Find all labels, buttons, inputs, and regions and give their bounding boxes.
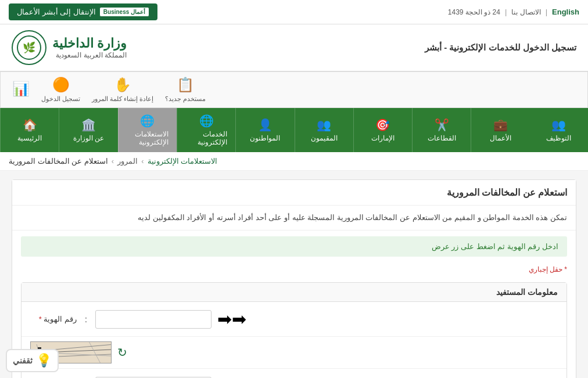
nav-label-home: الرئيسية <box>17 134 42 142</box>
nav-item-sectors[interactable]: ✂️ القطاعات <box>412 108 471 152</box>
eservices-icon: 🌐 <box>199 114 214 128</box>
home-icon: 🏠 <box>23 118 37 132</box>
id-label: رقم الهوية * <box>30 315 77 323</box>
header-title-text: تسجيل الدخول للخدمات الإلكترونية - أبشر <box>425 42 576 52</box>
form-section: معلومات المستفيد ➡➡ : رقم الهوية * ↻ <box>21 282 567 378</box>
nav-label-ministry: عن الوزارة <box>73 134 104 142</box>
breadcrumb-einquiries[interactable]: الاستعلامات الإلكترونية <box>148 157 218 165</box>
quick-link-reset-password[interactable]: ✋ إعادة إنشاء كلمة المرور <box>92 77 153 103</box>
login-label: تسجيل الدخول <box>41 95 80 103</box>
date-text: 24 ذو الحجة 1439 <box>448 8 500 16</box>
residents-icon: 👥 <box>317 118 331 132</box>
business-btn-label: الإنتقال إلى أبشر الأعمال <box>17 8 96 16</box>
reset-password-label: إعادة إنشاء كلمة المرور <box>92 95 153 103</box>
captcha-row: ↻ 5741 <box>21 337 567 369</box>
nav-item-home[interactable]: 🏠 الرئيسية <box>0 108 59 152</box>
nav-label-emirates: الإمارات <box>371 134 395 142</box>
divider2: | <box>505 8 507 16</box>
captcha-arrow-icon: ➡➡ <box>217 376 246 378</box>
main-nav: 👥 التوظيف 💼 الأعمال ✂️ القطاعات 🎯 الإمار… <box>0 108 588 152</box>
new-user-icon: 📋 <box>177 77 194 93</box>
new-user-label: مستخدم جديد؟ <box>165 95 206 103</box>
business-button[interactable]: أعمال Business الإنتقال إلى أبشر الأعمال <box>9 3 157 20</box>
nav-label-citizens: المواطنون <box>250 134 280 142</box>
login-icon: 🟠 <box>52 77 70 93</box>
nav-label-business: الأعمال <box>490 134 511 142</box>
bottom-logo-icon: 💡 <box>36 353 52 368</box>
nav-label-residents: المقيمون <box>311 134 338 142</box>
nav-item-emirates[interactable]: 🎯 الإمارات <box>353 108 412 152</box>
quick-link-login[interactable]: 🟠 تسجيل الدخول <box>41 77 80 103</box>
nav-item-eservices[interactable]: 🌐 الخدمات الإلكترونية <box>177 108 235 152</box>
business-badge: أعمال Business <box>99 7 149 17</box>
form-section-title: معلومات المستفيد <box>21 283 567 302</box>
hint-box: ادخل رقم الهوية ثم اضغط على زر عرض <box>21 236 567 257</box>
business-badge-text: أعمال Business <box>103 9 145 15</box>
id-colon: : <box>85 315 87 324</box>
main-header: تسجيل الدخول للخدمات الإلكترونية - أبشر … <box>0 24 588 71</box>
nav-item-citizens[interactable]: 👤 المواطنون <box>235 108 294 152</box>
svg-text:🌿: 🌿 <box>23 41 36 54</box>
nav-label-einquiries: الاستعلامات الإلكترونية <box>127 130 168 146</box>
id-arrow-icon: ➡➡ <box>217 309 246 329</box>
captcha-refresh-button[interactable]: ↻ <box>117 345 127 359</box>
id-required-star: * <box>39 315 42 323</box>
header-logo: وزارة الداخلية المملكة العربية السعودية … <box>12 30 127 65</box>
nav-item-recruitment[interactable]: 👥 التوظيف <box>530 108 588 152</box>
english-link[interactable]: English <box>552 8 579 16</box>
page-title: استعلام عن المخالفات المرورية <box>12 180 576 206</box>
bottom-logo-text: ثقفني <box>13 356 33 365</box>
nav-item-residents[interactable]: 👥 المقيمون <box>295 108 353 152</box>
page-description: تمكن هذه الخدمة المواطن و المقيم من الاس… <box>12 206 576 231</box>
captcha-code-row: ➡➡ : الرمز المرئي * <box>21 369 567 378</box>
logo-emblem: 🌿 <box>12 30 46 65</box>
divider: | <box>546 8 547 16</box>
nav-item-business[interactable]: 💼 الأعمال <box>471 108 529 152</box>
id-input[interactable] <box>95 310 211 329</box>
content-box: استعلام عن المخالفات المرورية تمكن هذه ا… <box>12 179 576 378</box>
nav-item-einquiries[interactable]: 🌐 الاستعلامات الإلكترونية <box>118 108 177 152</box>
main-content: استعلام عن المخالفات المرورية تمكن هذه ا… <box>0 171 588 378</box>
ministry-icon: 🏛️ <box>81 118 96 132</box>
breadcrumb: الاستعلامات الإلكترونية › المرور › استعل… <box>0 152 588 171</box>
einquiries-icon: 🌐 <box>140 114 155 128</box>
emirates-icon: 🎯 <box>375 118 390 132</box>
chart-icon: 📊 <box>12 81 30 97</box>
reset-password-icon: ✋ <box>114 77 131 93</box>
quick-link-chart[interactable]: 📊 <box>12 81 30 99</box>
nav-label-recruitment: التوظيف <box>546 134 571 142</box>
nav-label-sectors: القطاعات <box>428 134 456 142</box>
citizens-icon: 👤 <box>258 118 273 132</box>
recruitment-icon: 👥 <box>551 118 566 132</box>
sectors-icon: ✂️ <box>435 118 449 132</box>
breadcrumb-current: استعلام عن المخالفات المرورية <box>9 157 108 165</box>
top-bar-left: English | الاتصال بنا | 24 ذو الحجة 1439 <box>448 8 579 16</box>
logo-text-ar: وزارة الداخلية <box>52 36 127 51</box>
bottom-logo: 💡 ثقفني <box>6 349 59 372</box>
breadcrumb-traffic: المرور <box>117 157 138 165</box>
top-bar-right: أعمال Business الإنتقال إلى أبشر الأعمال <box>9 3 157 20</box>
required-note: * حقل إجباري <box>12 262 576 276</box>
top-bar: English | الاتصال بنا | 24 ذو الحجة 1439… <box>0 0 588 24</box>
emblem-svg: 🌿 <box>16 35 42 60</box>
breadcrumb-sep2: › <box>112 157 114 165</box>
nav-label-eservices: الخدمات الإلكترونية <box>185 130 227 146</box>
id-row: ➡➡ : رقم الهوية * <box>21 302 567 337</box>
breadcrumb-sep1: › <box>141 157 144 165</box>
quick-links: 📋 مستخدم جديد؟ ✋ إعادة إنشاء كلمة المرور… <box>0 71 588 108</box>
logo-subtext: المملكة العربية السعودية <box>52 51 127 59</box>
contact-text: الاتصال بنا <box>511 8 540 16</box>
quick-link-new-user[interactable]: 📋 مستخدم جديد؟ <box>165 77 206 103</box>
business-icon: 💼 <box>493 118 508 132</box>
nav-item-ministry[interactable]: 🏛️ عن الوزارة <box>59 108 117 152</box>
header-title: تسجيل الدخول للخدمات الإلكترونية - أبشر <box>425 42 576 53</box>
